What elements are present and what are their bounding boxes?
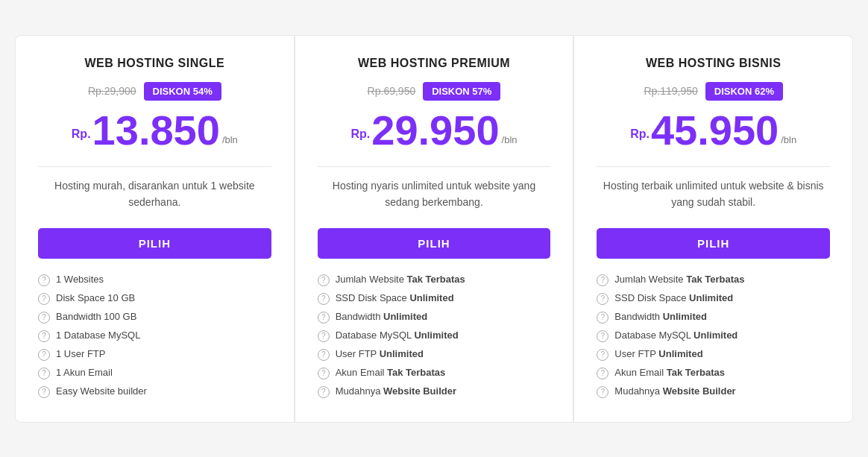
feature-item-single-2: ? Bandwidth 100 GB	[38, 311, 271, 324]
feature-icon-single-4: ?	[38, 349, 50, 361]
feature-item-single-0: ? 1 Websites	[38, 274, 271, 286]
feature-icon-bisnis-1: ?	[597, 293, 608, 305]
original-price-bisnis: Rp.119,950	[644, 85, 697, 97]
feature-item-premium-1: ? SSD Disk Space Unlimited	[318, 292, 551, 305]
feature-item-premium-5: ? Akun Email Tak Terbatas	[318, 367, 551, 379]
feature-item-single-5: ? 1 Akun Email	[38, 367, 271, 379]
feature-item-premium-3: ? Database MySQL Unlimited	[318, 330, 551, 342]
feature-item-bisnis-2: ? Bandwidth Unlimited	[597, 311, 830, 324]
feature-icon-bisnis-4: ?	[597, 349, 608, 361]
feature-text-single-1: Disk Space 10 GB	[56, 292, 135, 303]
feature-icon-single-1: ?	[38, 293, 50, 305]
feature-text-single-2: Bandwidth 100 GB	[56, 311, 136, 322]
plan-title-premium: WEB HOSTING PREMIUM	[358, 57, 510, 70]
feature-text-premium-5: Akun Email Tak Terbatas	[336, 367, 446, 378]
feature-icon-bisnis-5: ?	[597, 368, 608, 379]
feature-text-premium-0: Jumlah Website Tak Terbatas	[336, 274, 465, 285]
feature-icon-single-5: ?	[38, 368, 50, 379]
feature-text-single-4: 1 User FTP	[56, 348, 105, 359]
feature-text-single-0: 1 Websites	[56, 274, 104, 285]
feature-item-bisnis-5: ? Akun Email Tak Terbatas	[597, 367, 830, 379]
discount-badge-single: DISKON 54%	[144, 82, 221, 101]
discount-row-premium: Rp.69,950 DISKON 57%	[368, 82, 501, 101]
feature-text-bisnis-3: Database MySQL Unlimited	[614, 330, 738, 341]
price-period-premium: /bln	[502, 134, 518, 145]
pricing-card-premium: WEB HOSTING PREMIUM Rp.69,950 DISKON 57%…	[295, 35, 574, 423]
feature-icon-bisnis-2: ?	[597, 312, 608, 324]
feature-item-bisnis-1: ? SSD Disk Space Unlimited	[597, 292, 830, 305]
feature-icon-single-2: ?	[38, 312, 50, 324]
plan-desc-bisnis: Hosting terbaik unlimited untuk website …	[597, 177, 830, 213]
pilih-button-single[interactable]: PILIH	[38, 228, 271, 259]
feature-item-bisnis-4: ? User FTP Unlimited	[597, 348, 830, 361]
pilih-button-premium[interactable]: PILIH	[318, 228, 551, 259]
feature-icon-premium-6: ?	[318, 386, 330, 398]
features-list-bisnis: ? Jumlah Website Tak Terbatas ? SSD Disk…	[597, 274, 830, 404]
feature-item-bisnis-6: ? Mudahnya Website Builder	[597, 385, 830, 398]
feature-item-premium-2: ? Bandwidth Unlimited	[318, 311, 551, 324]
feature-item-single-1: ? Disk Space 10 GB	[38, 292, 271, 305]
price-main-bisnis: 45.950	[651, 110, 779, 151]
price-prefix-premium: Rp.	[350, 127, 370, 141]
feature-icon-single-0: ?	[38, 274, 50, 286]
price-row-bisnis: Rp. 45.950 /bln	[630, 110, 796, 151]
feature-text-single-6: Easy Website builder	[56, 385, 147, 397]
discount-row-single: Rp.29,900 DISKON 54%	[88, 82, 221, 101]
feature-text-single-3: 1 Database MySQL	[56, 330, 140, 341]
feature-icon-premium-3: ?	[318, 330, 330, 342]
original-price-single: Rp.29,900	[88, 85, 136, 97]
feature-icon-single-3: ?	[38, 330, 50, 342]
pilih-button-bisnis[interactable]: PILIH	[597, 228, 830, 259]
feature-icon-premium-0: ?	[318, 274, 330, 286]
feature-item-single-3: ? 1 Database MySQL	[38, 330, 271, 342]
feature-icon-bisnis-3: ?	[597, 330, 608, 342]
price-period-single: /bln	[222, 134, 238, 145]
discount-row-bisnis: Rp.119,950 DISKON 62%	[644, 82, 783, 101]
features-list-single: ? 1 Websites ? Disk Space 10 GB ? Bandwi…	[38, 274, 271, 404]
feature-item-bisnis-0: ? Jumlah Website Tak Terbatas	[597, 274, 830, 286]
feature-item-bisnis-3: ? Database MySQL Unlimited	[597, 330, 830, 342]
feature-item-premium-4: ? User FTP Unlimited	[318, 348, 551, 361]
feature-text-bisnis-6: Mudahnya Website Builder	[614, 385, 735, 397]
plan-title-single: WEB HOSTING SINGLE	[85, 57, 225, 70]
original-price-premium: Rp.69,950	[368, 85, 416, 97]
feature-icon-premium-2: ?	[318, 312, 330, 324]
feature-text-premium-1: SSD Disk Space Unlimited	[336, 292, 454, 303]
feature-item-single-4: ? 1 User FTP	[38, 348, 271, 361]
price-main-single: 13.850	[92, 110, 220, 151]
price-prefix-bisnis: Rp.	[630, 127, 650, 141]
feature-text-bisnis-2: Bandwidth Unlimited	[614, 311, 707, 322]
feature-icon-single-6: ?	[38, 386, 50, 398]
divider-premium	[318, 166, 551, 167]
feature-text-bisnis-5: Akun Email Tak Terbatas	[614, 367, 725, 378]
feature-text-premium-3: Database MySQL Unlimited	[336, 330, 459, 341]
price-prefix-single: Rp.	[72, 127, 91, 141]
divider-single	[38, 166, 271, 167]
feature-item-single-6: ? Easy Website builder	[38, 385, 271, 398]
discount-badge-premium: DISKON 57%	[423, 82, 500, 101]
feature-text-bisnis-4: User FTP Unlimited	[614, 348, 702, 359]
feature-text-premium-2: Bandwidth Unlimited	[336, 311, 428, 322]
price-main-premium: 29.950	[371, 110, 499, 151]
plan-title-bisnis: WEB HOSTING BISNIS	[646, 57, 781, 70]
feature-text-single-5: 1 Akun Email	[56, 367, 113, 378]
feature-icon-premium-4: ?	[318, 349, 330, 361]
feature-icon-premium-5: ?	[318, 368, 330, 379]
price-period-bisnis: /bln	[781, 134, 796, 145]
price-row-single: Rp. 13.850 /bln	[72, 110, 238, 151]
feature-item-premium-6: ? Mudahnya Website Builder	[318, 385, 551, 398]
feature-icon-bisnis-6: ?	[597, 386, 608, 398]
plan-desc-single: Hosting murah, disarankan untuk 1 websit…	[38, 177, 271, 213]
divider-bisnis	[597, 166, 830, 167]
plan-desc-premium: Hosting nyaris unlimited untuk website y…	[318, 177, 551, 213]
price-row-premium: Rp. 29.950 /bln	[350, 110, 517, 151]
pricing-card-single: WEB HOSTING SINGLE Rp.29,900 DISKON 54% …	[15, 35, 295, 423]
pricing-card-bisnis: WEB HOSTING BISNIS Rp.119,950 DISKON 62%…	[573, 35, 853, 423]
feature-text-bisnis-1: SSD Disk Space Unlimited	[614, 292, 733, 303]
features-list-premium: ? Jumlah Website Tak Terbatas ? SSD Disk…	[318, 274, 551, 404]
feature-text-premium-6: Mudahnya Website Builder	[336, 385, 456, 397]
feature-text-premium-4: User FTP Unlimited	[336, 348, 424, 359]
feature-icon-premium-1: ?	[318, 293, 330, 305]
feature-item-premium-0: ? Jumlah Website Tak Terbatas	[318, 274, 551, 286]
pricing-container: WEB HOSTING SINGLE Rp.29,900 DISKON 54% …	[15, 35, 853, 423]
